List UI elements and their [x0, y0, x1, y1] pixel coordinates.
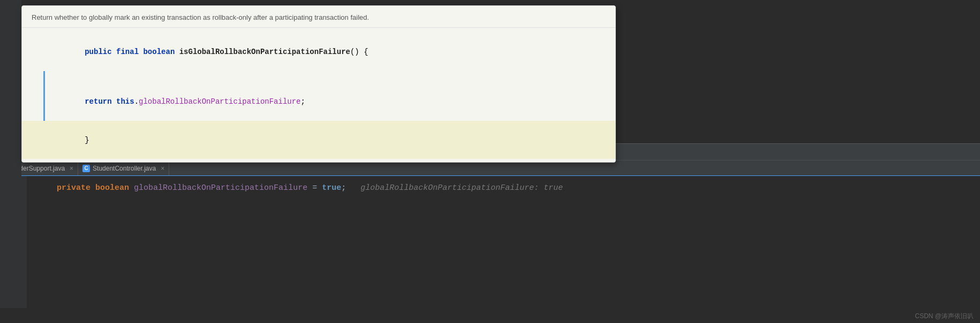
keyword-public: public [85, 48, 111, 56]
code-line-3: } [22, 121, 615, 159]
tab-icon-studentcontroller: C [82, 165, 90, 172]
line-indicator-bar [43, 71, 45, 121]
tab-close-oldersupport[interactable]: × [70, 165, 73, 172]
tooltip-code: public final boolean isGlobalRollbackOnP… [22, 28, 615, 163]
editor-content: private boolean globalRollbackOnParticip… [27, 176, 980, 308]
editor-area: private boolean globalRollbackOnParticip… [0, 175, 980, 308]
editor-inline-hint: globalRollbackOnParticipationFailure: tr… [360, 181, 563, 195]
main-container: Return whether to globally mark an exist… [0, 0, 980, 323]
tab-label-oldersupport: olderSupport.java [14, 165, 65, 172]
watermark: CSDN @涛声依旧叭 [915, 312, 974, 321]
editor-code-line: private boolean globalRollbackOnParticip… [37, 181, 969, 195]
code-line-2: return this.globalRollbackOnParticipatio… [22, 71, 615, 121]
left-gutter-edge [0, 0, 21, 308]
tooltip-panel: Return whether to globally mark an exist… [21, 5, 616, 163]
tooltip-description: Return whether to globally mark an exist… [22, 6, 615, 28]
tab-label-studentcontroller: StudentController.java [93, 165, 156, 172]
code-line-1: public final boolean isGlobalRollbackOnP… [22, 33, 615, 71]
tab-close-studentcontroller[interactable]: × [161, 165, 164, 172]
